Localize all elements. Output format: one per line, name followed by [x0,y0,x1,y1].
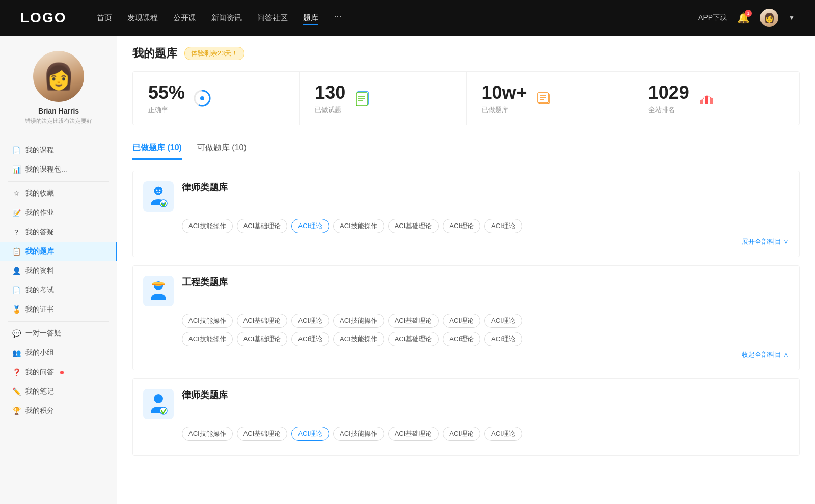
sidebar-item-courses[interactable]: 📄 我的课程 [0,141,117,160]
sidebar-item-questions[interactable]: ❓ 我的问答 [0,362,117,382]
qbank-lawyer-icon-2 [143,389,174,419]
tag-2-1[interactable]: ACI基础理论 [237,314,288,328]
nav-more-icon[interactable]: ··· [334,11,341,25]
tag-2b-5[interactable]: ACI理论 [443,332,480,346]
tag-3-2[interactable]: ACI理论 [291,427,329,441]
stat-done-questions-value: 130 [315,82,345,103]
app-download-link[interactable]: APP下载 [698,13,727,22]
tag-3-4[interactable]: ACI基础理论 [388,427,439,441]
sidebar-label-qa: 我的答疑 [25,228,54,237]
tag-1-5[interactable]: ACI理论 [443,219,480,233]
main-layout: 👩 Brian Harris 错误的决定比没有决定要好 📄 我的课程 📊 我的课… [0,36,815,504]
tag-3-5[interactable]: ACI理论 [443,427,480,441]
sidebar-label-courses: 我的课程 [25,146,54,155]
stats-row: 55% 正确率 130 已做试题 [132,71,800,125]
collapse-link-2[interactable]: 收起全部科目 ∧ [143,350,789,359]
stacked-docs-svg [537,91,552,106]
doc-lines-svg [355,91,370,106]
sidebar-menu: 📄 我的课程 📊 我的课程包... ☆ 我的收藏 📝 我的作业 ? 我的答疑 � [0,135,117,426]
content-header: 我的题库 体验剩余23天！ [132,46,800,61]
stat-done-banks: 10w+ 已做题库 [467,72,633,125]
sidebar-item-course-package[interactable]: 📊 我的课程包... [0,160,117,179]
sidebar-item-question-bank[interactable]: 📋 我的题库 [0,242,117,261]
sidebar-item-notes[interactable]: ✏️ 我的笔记 [0,382,117,401]
tag-2b-6[interactable]: ACI理论 [484,332,522,346]
sidebar-item-homework[interactable]: 📝 我的作业 [0,203,117,222]
course-package-icon: 📊 [12,165,20,174]
sidebar-item-favorites[interactable]: ☆ 我的收藏 [0,184,117,203]
notification-bell[interactable]: 🔔 1 [737,12,750,24]
tag-2b-4[interactable]: ACI基础理论 [388,332,439,346]
sidebar-divider-2 [8,321,109,322]
svg-point-24 [156,190,158,191]
tag-1-0[interactable]: ACI技能操作 [182,219,233,233]
stat-done-banks-text: 10w+ 已做题库 [482,82,527,115]
tag-3-1[interactable]: ACI基础理论 [237,427,288,441]
sidebar-item-group[interactable]: 👥 我的小组 [0,343,117,362]
tutor-icon: 💬 [12,329,20,338]
nav-open-course[interactable]: 公开课 [173,11,196,25]
nav-discover[interactable]: 发现课程 [127,11,158,25]
lawyer-svg-2 [146,391,171,417]
nav-question-bank[interactable]: 题库 [303,11,318,25]
tag-1-3[interactable]: ACI技能操作 [333,219,384,233]
sidebar-item-qa[interactable]: ? 我的答疑 [0,222,117,242]
stat-done-questions: 130 已做试题 [300,72,466,125]
tag-3-3[interactable]: ACI技能操作 [333,427,384,441]
nav-home[interactable]: 首页 [97,11,112,25]
tag-1-2[interactable]: ACI理论 [291,219,329,233]
sidebar-item-exam[interactable]: 📄 我的考试 [0,281,117,300]
tag-2b-2[interactable]: ACI理论 [291,332,329,346]
page-title: 我的题库 [132,46,177,61]
stat-accuracy-value: 55% [148,82,185,103]
ranking-icon [697,89,716,107]
tag-2-4[interactable]: ACI基础理论 [388,314,439,328]
user-avatar[interactable]: 👩 [760,9,778,27]
tag-3-6[interactable]: ACI理论 [484,427,522,441]
sidebar-label-group: 我的小组 [25,348,54,357]
tag-1-6[interactable]: ACI理论 [484,219,522,233]
sidebar-label-profile: 我的资料 [25,266,54,275]
question-bank-icon: 📋 [12,247,20,256]
sidebar-label-tutor: 一对一答疑 [25,329,61,338]
sidebar-item-certificate[interactable]: 🏅 我的证书 [0,300,117,319]
qbank-title-2: 工程类题库 [182,276,228,288]
sidebar-label-notes: 我的笔记 [25,387,54,396]
qbank-header-2: 工程类题库 [143,276,789,306]
tab-available-banks[interactable]: 可做题库 (10) [197,137,247,160]
tab-done-banks[interactable]: 已做题库 (10) [132,137,182,160]
sidebar-item-profile[interactable]: 👤 我的资料 [0,261,117,281]
nav-qa[interactable]: 问答社区 [257,11,288,25]
expand-link-1[interactable]: 展开全部科目 ∨ [143,237,789,246]
tag-2-5[interactable]: ACI理论 [443,314,480,328]
svg-point-25 [159,190,161,191]
tag-2b-3[interactable]: ACI技能操作 [333,332,384,346]
avatar-dropdown-icon[interactable]: ▼ [789,14,795,21]
certificate-icon: 🏅 [12,305,20,314]
main-content: 我的题库 体验剩余23天！ 55% 正确率 [117,36,815,504]
tags-row-2: ACI技能操作 ACI基础理论 ACI理论 ACI技能操作 ACI基础理论 AC… [182,314,789,328]
tag-2-3[interactable]: ACI技能操作 [333,314,384,328]
sidebar-item-points[interactable]: 🏆 我的积分 [0,401,117,421]
tag-1-4[interactable]: ACI基础理论 [388,219,439,233]
bell-badge: 1 [745,10,752,17]
sidebar-profile: 👩 Brian Harris 错误的决定比没有决定要好 [0,46,117,135]
tag-3-0[interactable]: ACI技能操作 [182,427,233,441]
sidebar-item-tutor[interactable]: 💬 一对一答疑 [0,324,117,343]
tag-1-1[interactable]: ACI基础理论 [237,219,288,233]
tag-2b-0[interactable]: ACI技能操作 [182,332,233,346]
qbank-card-engineer: 工程类题库 ACI技能操作 ACI基础理论 ACI理论 ACI技能操作 ACI基… [132,265,800,370]
done-banks-icon [535,89,554,107]
sidebar: 👩 Brian Harris 错误的决定比没有决定要好 📄 我的课程 📊 我的课… [0,36,117,504]
tag-2-0[interactable]: ACI技能操作 [182,314,233,328]
nav-links: 首页 发现课程 公开课 新闻资讯 问答社区 题库 ··· [97,11,698,25]
trial-badge: 体验剩余23天！ [184,47,244,60]
nav-news[interactable]: 新闻资讯 [211,11,242,25]
svg-point-32 [154,394,163,403]
tag-2-6[interactable]: ACI理论 [484,314,522,328]
qbank-card-lawyer-1: 律师类题库 ACI技能操作 ACI基础理论 ACI理论 ACI技能操作 ACI基… [132,171,800,257]
qbank-header-3: 律师类题库 [143,389,789,419]
stat-done-banks-label: 已做题库 [482,105,527,115]
tag-2b-1[interactable]: ACI基础理论 [237,332,288,346]
tag-2-2[interactable]: ACI理论 [291,314,329,328]
